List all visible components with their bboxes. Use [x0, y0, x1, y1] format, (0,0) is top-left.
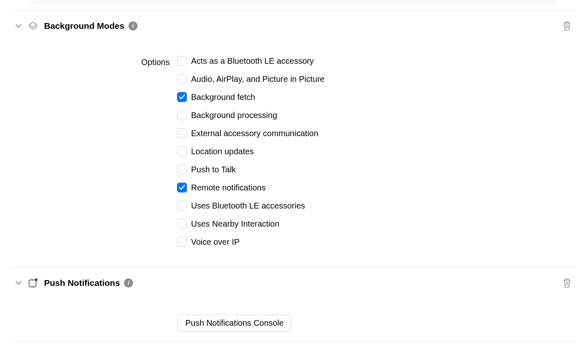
checkbox-icon — [177, 201, 187, 211]
option-label: Background processing — [191, 111, 277, 120]
disclosure-toggle[interactable] — [14, 279, 23, 287]
info-icon[interactable]: i — [124, 278, 133, 287]
option-location-updates[interactable]: Location updates — [177, 146, 578, 156]
option-voice-over-ip[interactable]: Voice over IP — [177, 237, 578, 247]
checkbox-icon — [177, 146, 187, 156]
option-bluetooth-accessory[interactable]: Acts as a Bluetooth LE accessory — [177, 56, 578, 66]
option-push-to-talk[interactable]: Push to Talk — [177, 165, 578, 174]
option-background-processing[interactable]: Background processing — [177, 110, 578, 120]
push-notifications-title: Push Notifications — [44, 278, 120, 288]
option-label: Acts as a Bluetooth LE accessory — [191, 56, 314, 66]
capabilities-editor: Background Modes i Options Acts as a Blu… — [0, 0, 588, 342]
background-modes-header: Background Modes i — [10, 11, 578, 39]
checkbox-icon — [177, 128, 187, 138]
delete-capability-button[interactable] — [562, 278, 572, 288]
push-notifications-section: Push Notifications i Push Notifications … — [10, 268, 578, 341]
collapsed-capability-placeholder — [31, 0, 557, 4]
background-modes-section: Background Modes i Options Acts as a Blu… — [10, 11, 578, 267]
svg-rect-0 — [29, 280, 36, 287]
options-list: Acts as a Bluetooth LE accessory Audio, … — [177, 56, 578, 247]
option-label: Remote notifications — [191, 183, 266, 192]
section-separator — [10, 341, 578, 342]
push-notifications-icon — [28, 278, 38, 288]
option-label: Push to Talk — [191, 165, 236, 174]
option-label: Location updates — [191, 147, 254, 156]
option-label: Background fetch — [191, 93, 255, 102]
checkbox-icon — [177, 165, 187, 174]
delete-capability-button[interactable] — [562, 21, 572, 31]
checkbox-icon — [177, 92, 187, 102]
options-label: Options — [10, 56, 177, 67]
info-icon[interactable]: i — [128, 21, 138, 30]
option-audio-airplay[interactable]: Audio, AirPlay, and Picture in Picture — [177, 74, 578, 84]
background-modes-title: Background Modes — [44, 21, 124, 31]
option-remote-notifications[interactable]: Remote notifications — [177, 183, 578, 192]
option-label: Voice over IP — [191, 237, 240, 247]
option-label: External accessory communication — [191, 129, 318, 138]
checkbox-icon — [177, 74, 187, 84]
option-label: Audio, AirPlay, and Picture in Picture — [191, 74, 324, 84]
option-nearby-interaction[interactable]: Uses Nearby Interaction — [177, 219, 578, 229]
push-console-row: Push Notifications Console — [10, 297, 578, 341]
disclosure-toggle[interactable] — [14, 22, 23, 30]
push-notifications-header: Push Notifications i — [10, 268, 578, 297]
checkbox-icon — [177, 56, 187, 66]
checkbox-icon — [177, 183, 187, 192]
option-external-accessory[interactable]: External accessory communication — [177, 128, 578, 138]
push-notifications-console-button[interactable]: Push Notifications Console — [177, 315, 292, 332]
option-background-fetch[interactable]: Background fetch — [177, 92, 578, 102]
checkbox-icon — [177, 219, 187, 229]
checkbox-icon — [177, 110, 187, 120]
option-uses-bluetooth-accessories[interactable]: Uses Bluetooth LE accessories — [177, 201, 578, 211]
option-label: Uses Nearby Interaction — [191, 219, 280, 229]
background-modes-icon — [28, 21, 38, 31]
checkbox-icon — [177, 237, 187, 247]
background-modes-options-row: Options Acts as a Bluetooth LE accessory… — [10, 39, 578, 267]
svg-point-1 — [35, 278, 37, 281]
option-label: Uses Bluetooth LE accessories — [191, 201, 305, 211]
